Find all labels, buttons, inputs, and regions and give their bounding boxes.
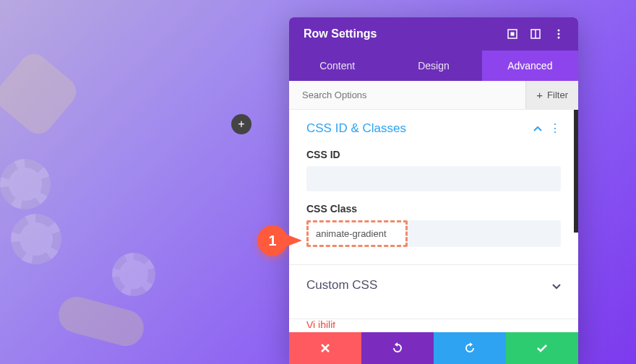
tab-advanced[interactable]: Advanced bbox=[482, 51, 578, 81]
check-icon bbox=[536, 344, 548, 352]
expand-icon[interactable] bbox=[507, 29, 517, 39]
chevron-down-icon bbox=[552, 280, 561, 292]
field-label-css-id: CSS ID bbox=[306, 149, 561, 160]
plus-icon: + bbox=[536, 90, 543, 100]
scrollbar[interactable] bbox=[574, 110, 578, 233]
undo-button[interactable] bbox=[361, 332, 434, 364]
css-class-input[interactable] bbox=[309, 222, 405, 245]
svg-point-4 bbox=[558, 30, 560, 32]
svg-marker-10 bbox=[470, 342, 473, 347]
save-button[interactable] bbox=[506, 332, 578, 364]
svg-point-6 bbox=[558, 37, 560, 39]
tabs: Content Design Advanced bbox=[289, 51, 578, 81]
panel-footer bbox=[289, 332, 578, 364]
filter-label: Filter bbox=[547, 90, 568, 100]
search-input[interactable] bbox=[289, 81, 525, 109]
panel-header: Row Settings bbox=[289, 17, 578, 51]
search-row: + Filter bbox=[289, 81, 578, 110]
callout-1: 1 bbox=[257, 225, 302, 256]
options-scroll: CSS ID & Classes ⋮ CSS ID CSS Class bbox=[289, 110, 578, 332]
chevron-up-icon[interactable] bbox=[533, 123, 542, 134]
redo-button[interactable] bbox=[434, 332, 506, 364]
svg-point-5 bbox=[558, 33, 560, 35]
section-custom-css[interactable]: Custom CSS bbox=[289, 265, 578, 306]
close-icon bbox=[320, 343, 330, 353]
filter-button[interactable]: + Filter bbox=[525, 81, 578, 109]
tab-content[interactable]: Content bbox=[289, 51, 385, 81]
field-css-class: CSS Class bbox=[289, 196, 578, 251]
section-title-custom-css: Custom CSS bbox=[306, 278, 377, 292]
add-module-button[interactable]: + bbox=[231, 114, 252, 134]
field-label-css-class: CSS Class bbox=[306, 203, 561, 214]
svg-rect-1 bbox=[511, 32, 515, 36]
panel-title: Row Settings bbox=[304, 27, 377, 40]
tab-design[interactable]: Design bbox=[385, 51, 481, 81]
kebab-icon[interactable] bbox=[554, 29, 564, 39]
field-css-id: CSS ID bbox=[289, 142, 578, 196]
css-class-highlight bbox=[306, 220, 408, 247]
redo-icon bbox=[464, 342, 476, 354]
callout-arrow-icon bbox=[283, 233, 302, 248]
svg-marker-9 bbox=[395, 342, 398, 347]
section-kebab-icon[interactable]: ⋮ bbox=[549, 123, 561, 134]
css-id-input[interactable] bbox=[306, 166, 561, 191]
cancel-button[interactable] bbox=[289, 332, 361, 364]
section-css-id-classes-header[interactable]: CSS ID & Classes ⋮ bbox=[289, 110, 578, 142]
row-settings-panel: Row Settings Content Design Advanced + F… bbox=[289, 17, 578, 364]
next-section-peek: Vi ibilit bbox=[289, 319, 578, 328]
snap-icon[interactable] bbox=[530, 29, 541, 39]
section-title: CSS ID & Classes bbox=[306, 121, 406, 136]
undo-icon bbox=[392, 342, 403, 354]
